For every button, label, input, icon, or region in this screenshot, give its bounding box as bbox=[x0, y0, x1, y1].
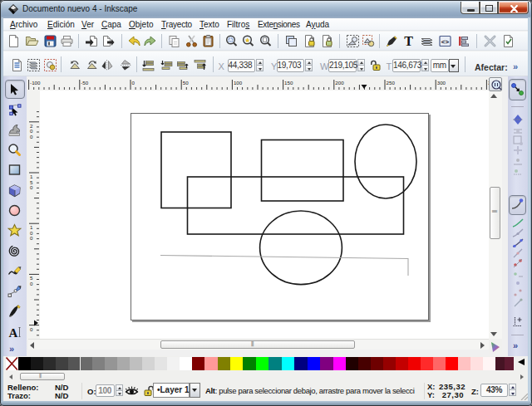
svg-text:0: 0 bbox=[30, 281, 33, 286]
svg-text:<>: <> bbox=[441, 38, 449, 46]
svg-text:100: 100 bbox=[234, 80, 243, 86]
svg-text:-100: -100 bbox=[30, 80, 41, 86]
svg-text:0: 0 bbox=[30, 134, 33, 139]
svg-text:-50: -50 bbox=[81, 80, 89, 86]
svg-text:A: A bbox=[9, 325, 18, 339]
svg-text:50: 50 bbox=[183, 80, 189, 86]
svg-text:300: 300 bbox=[437, 80, 446, 86]
svg-text:0: 0 bbox=[132, 80, 135, 86]
svg-text:T: T bbox=[404, 34, 413, 48]
svg-text:0: 0 bbox=[30, 326, 33, 332]
svg-text:150: 150 bbox=[284, 80, 293, 86]
svg-text:200: 200 bbox=[335, 80, 344, 86]
svg-text:0: 0 bbox=[30, 184, 33, 190]
svg-text:0: 0 bbox=[30, 235, 33, 241]
svg-text:250: 250 bbox=[387, 80, 396, 86]
